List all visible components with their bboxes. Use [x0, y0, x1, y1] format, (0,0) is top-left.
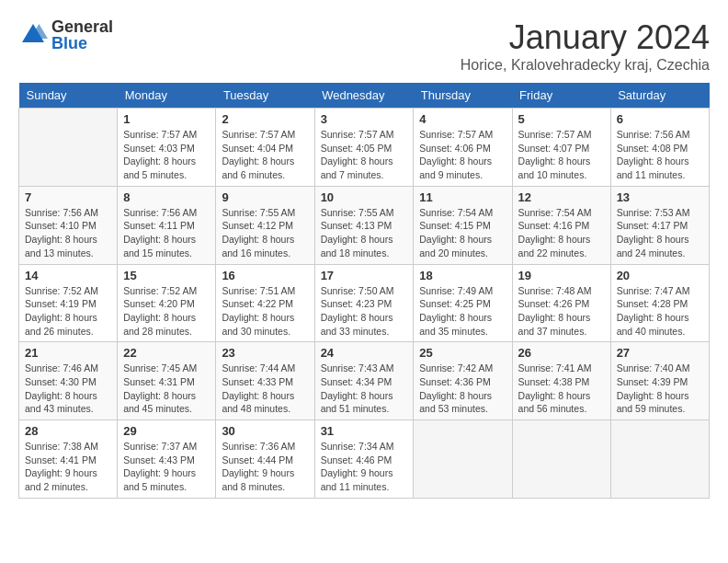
calendar-cell: 11Sunrise: 7:54 AMSunset: 4:15 PMDayligh… [414, 186, 512, 264]
day-info: Sunrise: 7:57 AMSunset: 4:04 PMDaylight:… [222, 128, 308, 182]
day-info: Sunrise: 7:44 AMSunset: 4:33 PMDaylight:… [222, 362, 308, 416]
calendar-cell: 13Sunrise: 7:53 AMSunset: 4:17 PMDayligh… [610, 186, 709, 264]
day-number: 21 [25, 346, 111, 360]
day-info: Sunrise: 7:37 AMSunset: 4:43 PMDaylight:… [123, 440, 210, 494]
day-number: 2 [222, 112, 308, 126]
day-info: Sunrise: 7:38 AMSunset: 4:41 PMDaylight:… [25, 440, 111, 494]
day-of-week-header: Monday [118, 83, 216, 109]
logo-blue: Blue [51, 35, 113, 52]
calendar-cell: 15Sunrise: 7:52 AMSunset: 4:20 PMDayligh… [118, 264, 216, 342]
day-number: 18 [419, 269, 506, 282]
day-of-week-header: Wednesday [314, 83, 414, 109]
day-info: Sunrise: 7:54 AMSunset: 4:15 PMDaylight:… [419, 206, 506, 260]
calendar-cell: 28Sunrise: 7:38 AMSunset: 4:41 PMDayligh… [19, 420, 118, 499]
calendar-cell: 16Sunrise: 7:51 AMSunset: 4:22 PMDayligh… [216, 264, 314, 342]
day-info: Sunrise: 7:57 AMSunset: 4:05 PMDaylight:… [321, 128, 408, 182]
day-of-week-header: Friday [512, 83, 610, 109]
day-number: 19 [518, 269, 605, 282]
day-info: Sunrise: 7:50 AMSunset: 4:23 PMDaylight:… [321, 284, 408, 339]
day-number: 26 [518, 346, 605, 360]
page-header: General Blue January 2024 Horice, Kralov… [18, 18, 710, 74]
calendar-cell: 12Sunrise: 7:54 AMSunset: 4:16 PMDayligh… [512, 186, 610, 264]
calendar-cell: 5Sunrise: 7:57 AMSunset: 4:07 PMDaylight… [512, 109, 610, 187]
day-info: Sunrise: 7:40 AMSunset: 4:39 PMDaylight:… [617, 362, 703, 416]
calendar-cell: 9Sunrise: 7:55 AMSunset: 4:12 PMDaylight… [216, 186, 314, 264]
day-number: 9 [222, 190, 308, 204]
calendar-cell: 19Sunrise: 7:48 AMSunset: 4:26 PMDayligh… [512, 264, 610, 342]
logo-text: General Blue [51, 18, 113, 52]
calendar-cell: 17Sunrise: 7:50 AMSunset: 4:23 PMDayligh… [314, 264, 414, 342]
day-info: Sunrise: 7:56 AMSunset: 4:10 PMDaylight:… [25, 206, 111, 260]
day-number: 8 [123, 190, 210, 204]
calendar-cell: 10Sunrise: 7:55 AMSunset: 4:13 PMDayligh… [314, 186, 414, 264]
day-info: Sunrise: 7:51 AMSunset: 4:22 PMDaylight:… [222, 284, 308, 339]
day-number: 12 [518, 190, 605, 204]
day-number: 10 [321, 190, 408, 204]
day-number: 5 [518, 112, 605, 126]
calendar-cell: 20Sunrise: 7:47 AMSunset: 4:28 PMDayligh… [610, 264, 709, 342]
calendar-cell: 27Sunrise: 7:40 AMSunset: 4:39 PMDayligh… [610, 342, 709, 420]
day-info: Sunrise: 7:34 AMSunset: 4:46 PMDaylight:… [321, 440, 408, 494]
day-number: 4 [419, 112, 506, 126]
day-info: Sunrise: 7:43 AMSunset: 4:34 PMDaylight:… [321, 362, 408, 416]
calendar-cell: 31Sunrise: 7:34 AMSunset: 4:46 PMDayligh… [314, 420, 414, 499]
logo-general: General [51, 18, 113, 35]
day-number: 16 [222, 269, 308, 282]
calendar-cell [610, 420, 709, 499]
calendar-cell [19, 109, 118, 187]
day-number: 1 [123, 112, 210, 126]
month-title: January 2024 [461, 18, 710, 57]
day-number: 11 [419, 190, 506, 204]
calendar-cell: 18Sunrise: 7:49 AMSunset: 4:25 PMDayligh… [414, 264, 512, 342]
day-info: Sunrise: 7:49 AMSunset: 4:25 PMDaylight:… [419, 284, 506, 339]
day-info: Sunrise: 7:45 AMSunset: 4:31 PMDaylight:… [123, 362, 210, 416]
calendar-cell: 30Sunrise: 7:36 AMSunset: 4:44 PMDayligh… [216, 420, 314, 499]
day-number: 28 [25, 424, 111, 438]
day-of-week-header: Saturday [610, 83, 709, 109]
day-of-week-header: Thursday [414, 83, 512, 109]
logo-icon [18, 20, 48, 50]
calendar-cell: 3Sunrise: 7:57 AMSunset: 4:05 PMDaylight… [314, 109, 414, 187]
day-of-week-header: Tuesday [216, 83, 314, 109]
calendar-cell: 24Sunrise: 7:43 AMSunset: 4:34 PMDayligh… [314, 342, 414, 420]
day-info: Sunrise: 7:52 AMSunset: 4:20 PMDaylight:… [123, 284, 210, 339]
day-number: 23 [222, 346, 308, 360]
calendar-cell: 25Sunrise: 7:42 AMSunset: 4:36 PMDayligh… [414, 342, 512, 420]
day-number: 13 [617, 190, 703, 204]
day-number: 17 [321, 269, 408, 282]
day-info: Sunrise: 7:52 AMSunset: 4:19 PMDaylight:… [25, 284, 111, 339]
calendar-cell: 2Sunrise: 7:57 AMSunset: 4:04 PMDaylight… [216, 109, 314, 187]
day-number: 29 [123, 424, 210, 438]
day-number: 3 [321, 112, 408, 126]
day-number: 20 [617, 269, 703, 282]
location: Horice, Kralovehradecky kraj, Czechia [461, 57, 710, 74]
calendar-cell: 23Sunrise: 7:44 AMSunset: 4:33 PMDayligh… [216, 342, 314, 420]
day-number: 30 [222, 424, 308, 438]
calendar-cell: 4Sunrise: 7:57 AMSunset: 4:06 PMDaylight… [414, 109, 512, 187]
day-number: 31 [321, 424, 408, 438]
day-info: Sunrise: 7:47 AMSunset: 4:28 PMDaylight:… [617, 284, 703, 339]
day-number: 14 [25, 269, 111, 282]
day-info: Sunrise: 7:36 AMSunset: 4:44 PMDaylight:… [222, 440, 308, 494]
day-info: Sunrise: 7:54 AMSunset: 4:16 PMDaylight:… [518, 206, 605, 260]
day-info: Sunrise: 7:56 AMSunset: 4:08 PMDaylight:… [617, 128, 703, 182]
day-info: Sunrise: 7:55 AMSunset: 4:13 PMDaylight:… [321, 206, 408, 260]
day-info: Sunrise: 7:42 AMSunset: 4:36 PMDaylight:… [419, 362, 506, 416]
day-number: 25 [419, 346, 506, 360]
calendar-cell: 1Sunrise: 7:57 AMSunset: 4:03 PMDaylight… [118, 109, 216, 187]
day-number: 7 [25, 190, 111, 204]
day-info: Sunrise: 7:46 AMSunset: 4:30 PMDaylight:… [25, 362, 111, 416]
calendar-cell: 6Sunrise: 7:56 AMSunset: 4:08 PMDaylight… [610, 109, 709, 187]
calendar-cell [512, 420, 610, 499]
calendar-table: SundayMondayTuesdayWednesdayThursdayFrid… [18, 83, 710, 499]
day-info: Sunrise: 7:53 AMSunset: 4:17 PMDaylight:… [617, 206, 703, 260]
day-info: Sunrise: 7:48 AMSunset: 4:26 PMDaylight:… [518, 284, 605, 339]
calendar-cell: 14Sunrise: 7:52 AMSunset: 4:19 PMDayligh… [19, 264, 118, 342]
day-info: Sunrise: 7:57 AMSunset: 4:06 PMDaylight:… [419, 128, 506, 182]
day-number: 22 [123, 346, 210, 360]
calendar-cell: 26Sunrise: 7:41 AMSunset: 4:38 PMDayligh… [512, 342, 610, 420]
day-info: Sunrise: 7:55 AMSunset: 4:12 PMDaylight:… [222, 206, 308, 260]
day-info: Sunrise: 7:57 AMSunset: 4:07 PMDaylight:… [518, 128, 605, 182]
calendar-cell: 8Sunrise: 7:56 AMSunset: 4:11 PMDaylight… [118, 186, 216, 264]
day-info: Sunrise: 7:41 AMSunset: 4:38 PMDaylight:… [518, 362, 605, 416]
